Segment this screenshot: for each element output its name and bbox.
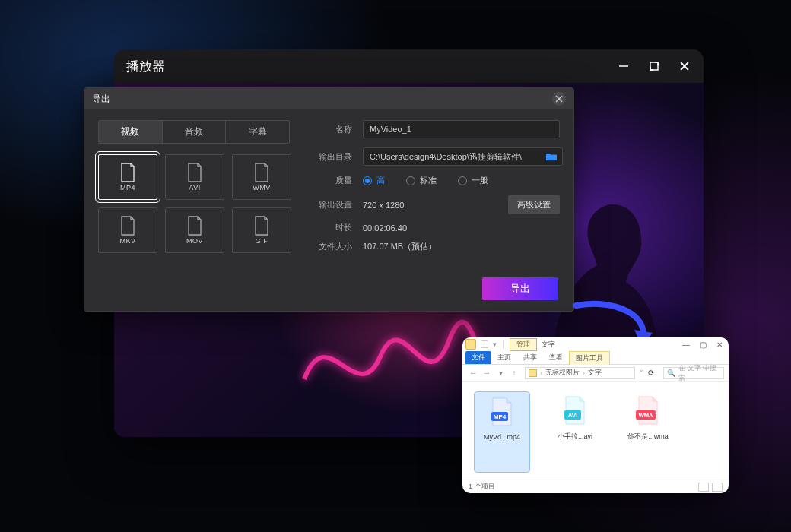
explorer-title: 文字 <box>542 340 555 350</box>
export-close-button[interactable] <box>552 92 566 106</box>
nav-up-button[interactable]: ↑ <box>508 367 520 379</box>
ribbon-share[interactable]: 共享 <box>517 351 543 364</box>
close-button[interactable] <box>678 59 691 73</box>
search-icon: 🔍 <box>667 369 675 377</box>
browse-folder-button[interactable] <box>543 148 560 165</box>
format-label: MKV <box>119 237 135 245</box>
duration-label: 时长 <box>313 222 352 233</box>
manage-tab[interactable]: 管理 <box>510 338 537 351</box>
qat-dropdown-icon[interactable]: ▾ <box>493 340 497 348</box>
explorer-statusbar: 1 个项目 <box>462 480 729 493</box>
format-mp4[interactable]: MP4 <box>98 154 157 200</box>
outset-label: 输出设置 <box>313 199 352 211</box>
quality-standard-radio[interactable]: 标准 <box>406 175 437 186</box>
filesize-label: 文件大小 <box>313 241 352 252</box>
outset-value: 720 x 1280 <box>363 201 404 210</box>
explorer-minimize-button[interactable]: — <box>681 340 691 349</box>
folder-icon <box>529 369 537 377</box>
quality-label: 质量 <box>313 175 352 186</box>
address-dropdown-icon[interactable]: ˅ <box>640 369 643 377</box>
svg-text:WMA: WMA <box>639 412 653 419</box>
format-grid: MP4 AVI WMV MKV <box>98 154 290 253</box>
player-title: 播放器 <box>126 58 165 75</box>
ribbon-pic-tools[interactable]: 图片工具 <box>569 351 610 365</box>
file-item-wma[interactable]: WMA 你不是...wma <box>621 392 675 472</box>
refresh-button[interactable]: ⟳ <box>648 369 659 377</box>
status-text: 1 个项目 <box>469 482 495 492</box>
breadcrumb-1[interactable]: 无标权图片 <box>545 368 580 378</box>
format-mov[interactable]: MOV <box>165 207 224 253</box>
explorer-nav: ← → ▾ ↑ › 无标权图片 › 文字 ˅ ⟳ 🔍 在 文字 中搜索 <box>462 365 729 382</box>
svg-text:AVI: AVI <box>568 412 578 419</box>
tab-audio[interactable]: 音频 <box>163 121 227 143</box>
file-name: MyVd...mp4 <box>484 433 520 441</box>
tab-subtitle[interactable]: 字幕 <box>226 121 289 143</box>
view-details-button[interactable] <box>698 483 709 492</box>
format-avi[interactable]: AVI <box>165 154 224 200</box>
tab-video[interactable]: 视频 <box>99 121 163 143</box>
breadcrumb-2[interactable]: 文字 <box>588 368 602 378</box>
player-titlebar: 播放器 <box>114 49 704 83</box>
minimize-button[interactable] <box>617 59 631 73</box>
export-left-pane: 视频 音频 字幕 MP4 AVI WMV <box>98 120 290 253</box>
format-label: WMV <box>253 184 271 192</box>
export-tabs: 视频 音频 字幕 <box>98 120 290 144</box>
file-thumb: AVI <box>556 392 594 429</box>
quality-normal-radio[interactable]: 一般 <box>458 175 488 186</box>
explorer-window: ▾ 管理 文字 — ▢ ✕ 文件 主页 共享 查看 图片工具 ← → ▾ ↑ <box>462 337 729 493</box>
file-list: MP4 MyVd...mp4 AVI 小手拉...avi WMA 你不是...w… <box>470 386 721 478</box>
format-label: MOV <box>186 237 203 245</box>
file-name: 你不是...wma <box>627 432 669 442</box>
format-mkv[interactable]: MKV <box>98 207 157 253</box>
file-item-avi[interactable]: AVI 小手拉...avi <box>548 392 602 472</box>
ribbon-file[interactable]: 文件 <box>465 351 491 364</box>
outdir-label: 输出目录 <box>313 151 352 163</box>
explorer-titlebar: ▾ 管理 文字 — ▢ ✕ <box>462 337 729 351</box>
qat-icon[interactable] <box>481 340 488 348</box>
address-bar[interactable]: › 无标权图片 › 文字 <box>525 367 635 379</box>
filesize-value: 107.07 MB（预估） <box>363 241 437 252</box>
ribbon-home[interactable]: 主页 <box>491 351 517 364</box>
export-right-pane: 名称 输出目录 质量 高 标准 一般 <box>313 120 560 260</box>
file-item-mp4[interactable]: MP4 MyVd...mp4 <box>475 392 529 472</box>
file-thumb: MP4 <box>483 394 521 430</box>
file-thumb: WMA <box>629 392 667 429</box>
search-input[interactable]: 🔍 在 文字 中搜索 <box>663 367 724 379</box>
name-label: 名称 <box>313 124 352 135</box>
nav-forward-button[interactable]: → <box>481 367 493 379</box>
outdir-input[interactable] <box>363 147 563 166</box>
format-label: GIF <box>256 237 268 245</box>
explorer-close-button[interactable]: ✕ <box>715 340 724 349</box>
format-label: MP4 <box>120 184 135 192</box>
quality-high-radio[interactable]: 高 <box>363 175 385 186</box>
search-placeholder: 在 文字 中搜索 <box>678 363 720 383</box>
duration-value: 00:02:06.40 <box>363 223 407 233</box>
nav-back-button[interactable]: ← <box>467 367 479 379</box>
export-button[interactable]: 导出 <box>482 277 558 300</box>
export-dialog: 导出 视频 音频 字幕 MP4 AVI <box>84 87 574 312</box>
explorer-maximize-button[interactable]: ▢ <box>698 340 707 349</box>
svg-text:MP4: MP4 <box>494 413 507 420</box>
format-label: AVI <box>189 184 200 192</box>
export-titlebar: 导出 <box>84 88 573 109</box>
file-name: 小手拉...avi <box>558 432 592 442</box>
format-gif[interactable]: GIF <box>232 207 291 253</box>
view-icons-button[interactable] <box>712 483 723 492</box>
stage: 播放器 导出 视频 音频 字幕 <box>0 0 791 532</box>
export-title: 导出 <box>92 93 110 106</box>
svg-rect-1 <box>650 62 658 70</box>
nav-history-button[interactable]: ▾ <box>494 367 507 379</box>
folder-icon <box>465 339 476 350</box>
format-wmv[interactable]: WMV <box>232 154 291 200</box>
name-input[interactable] <box>363 120 560 138</box>
maximize-button[interactable] <box>647 59 661 73</box>
ribbon-view[interactable]: 查看 <box>543 351 569 364</box>
advanced-settings-button[interactable]: 高级设置 <box>508 195 560 214</box>
